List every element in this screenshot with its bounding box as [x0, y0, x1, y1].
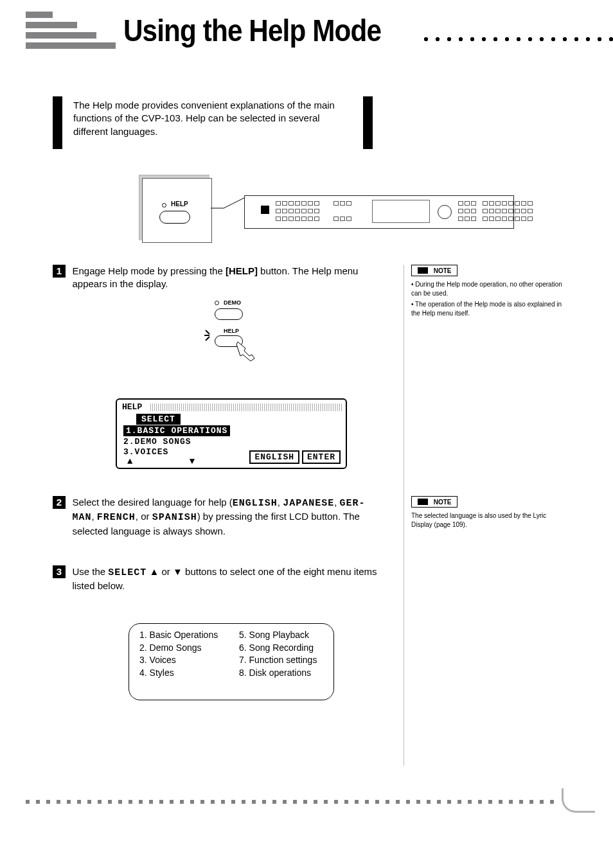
lcd-english-button: ENGLISH [249, 450, 299, 464]
step-number-2: 2 [53, 496, 66, 509]
lcd-menu-item-3: 3.VOICES [123, 447, 168, 457]
page-title: Using the Help Mode [123, 13, 381, 48]
lang-japanese: JAPANESE [283, 498, 334, 509]
lcd-select-label: SELECT [136, 414, 181, 425]
header-bar [26, 42, 116, 49]
topic-5: 5. Song Playback [239, 629, 323, 642]
note-keyboard-icon [418, 267, 428, 274]
lang-english: ENGLISH [233, 498, 278, 509]
demo-help-press-illustration: DEMO HELP [206, 301, 263, 365]
column-divider [404, 265, 404, 766]
step-3-text: Use the SELECT ▲ or ▼ buttons to select … [72, 565, 380, 593]
step-3: 3 Use the SELECT ▲ or ▼ buttons to selec… [53, 565, 387, 593]
header-dot-leader [420, 37, 613, 42]
header-bar [26, 32, 96, 39]
help-button-illustration-inner: HELP [142, 178, 212, 243]
intro-text: The Help mode provides convenient explan… [53, 96, 373, 141]
lang-german-a: GER- [340, 498, 366, 509]
topic-3: 3. Voices [139, 654, 224, 667]
panel-lcd-area [372, 200, 430, 223]
panel-highlight-help [261, 206, 269, 214]
lcd-title-rule [150, 403, 342, 411]
lcd-title: HELP [122, 402, 142, 412]
step-3-body-pre: Use the [72, 566, 108, 577]
lcd-up-down-arrows: ▲ ▼ [127, 456, 220, 466]
note-box-2: NOTE The selected language is also used … [411, 496, 565, 529]
led-indicator [162, 203, 166, 208]
step-1-text: Engage Help mode by pressing the [HELP] … [72, 265, 380, 291]
note-header: NOTE [411, 496, 458, 508]
hand-press-icon [235, 339, 253, 357]
footer-bracket [562, 788, 595, 813]
lcd-menu-item-1-selected: 1.BASIC OPERATIONS [123, 425, 230, 436]
step-1: 1 Engage Help mode by pressing the [HELP… [53, 265, 387, 291]
step-number-3: 3 [53, 565, 66, 578]
panel-button-row [458, 217, 533, 221]
lcd-help-menu: HELP SELECT 1.BASIC OPERATIONS 2.DEMO SO… [116, 398, 347, 469]
header-bar [26, 22, 77, 28]
page-header: Using the Help Mode [26, 12, 613, 49]
intro-block: The Help mode provides convenient explan… [53, 96, 373, 141]
panel-dial [438, 205, 452, 219]
help-button-illustration: HELP [139, 175, 209, 240]
topic-2: 2. Demo Songs [139, 642, 224, 655]
callout-line [211, 182, 249, 217]
note-box-1: NOTE • During the Help mode operation, n… [411, 265, 565, 317]
topic-4: 4. Styles [139, 667, 224, 680]
topic-1: 1. Basic Operations [139, 629, 224, 642]
step-2: 2 Select the desired language for help (… [53, 496, 387, 538]
select-ref: SELECT [108, 567, 147, 578]
panel-button-row [276, 209, 319, 213]
panel-button-row [276, 201, 351, 206]
lang-german-b: MAN [72, 512, 91, 523]
lcd-enter-button: ENTER [302, 450, 341, 464]
header-bar-stack [26, 12, 116, 49]
topic-6: 6. Song Recording [239, 642, 323, 655]
led-indicator [215, 301, 219, 305]
step-2-body-pre: Select the desired language for help ( [72, 497, 232, 508]
topic-list-box: 1. Basic Operations 2. Demo Songs 3. Voi… [129, 623, 334, 700]
demo-label: DEMO [224, 299, 241, 306]
note-2-body: The selected language is also used by th… [411, 511, 565, 529]
help-button-ref: [HELP] [226, 265, 258, 276]
step-number-1: 1 [53, 265, 66, 278]
up-down-ref: ▲ or ▼ [147, 566, 182, 577]
step-2-text: Select the desired language for help (EN… [72, 496, 380, 538]
topic-8: 8. Disk operations [239, 667, 323, 680]
panel-button-row [276, 217, 351, 221]
help-label: HELP [224, 328, 239, 334]
lang-french: FRENCH [97, 512, 136, 523]
note-keyboard-icon [418, 499, 428, 505]
panel-button-row [458, 201, 533, 206]
note-1-line-1: • During the Help mode operation, no oth… [411, 280, 565, 297]
svg-line-1 [206, 330, 209, 334]
help-button-shape [159, 211, 190, 224]
svg-line-2 [206, 337, 209, 341]
footer-dot-rule [26, 800, 559, 804]
note-1-line-2: • The operation of the Help mode is also… [411, 300, 565, 317]
note-label: NOTE [434, 267, 452, 274]
topic-7: 7. Function settings [239, 654, 323, 667]
lang-sep-or: , or [136, 511, 152, 522]
step-1-body-a: Engage Help mode by pressing the [72, 265, 225, 276]
header-bar [26, 12, 53, 18]
help-button-label: HELP [171, 200, 188, 208]
note-label: NOTE [434, 499, 452, 506]
lcd-menu-item-2: 2.DEMO SONGS [123, 437, 191, 447]
panel-button-row [458, 209, 533, 213]
intro-bar-right [363, 96, 373, 149]
control-panel-illustration [244, 195, 514, 229]
intro-bar-left [53, 96, 62, 149]
demo-button-shape [215, 308, 243, 320]
note-header: NOTE [411, 265, 458, 276]
lang-spanish: SPANISH [152, 512, 197, 523]
